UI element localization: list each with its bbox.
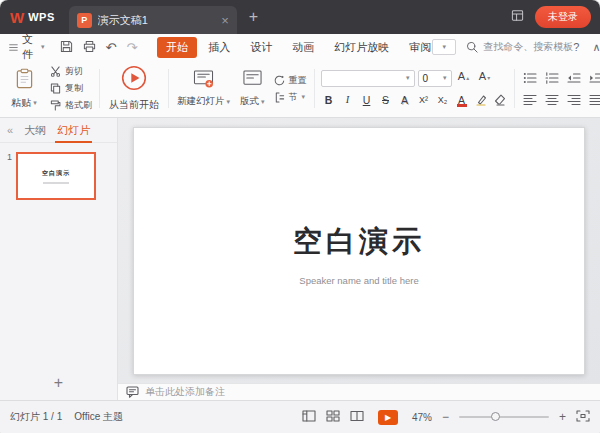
collapsed-dropdown[interactable]: ▾ — [432, 39, 456, 55]
add-slide-button[interactable]: + — [0, 374, 117, 392]
slide-subtitle[interactable]: Speaker name and title here — [299, 275, 418, 286]
layout-button[interactable]: 版式▾ — [235, 69, 270, 108]
slideshow-play-button[interactable]: ▶ — [378, 410, 398, 425]
file-menu-button[interactable]: 文件 ▾ — [0, 32, 52, 62]
increase-indent-button[interactable] — [587, 69, 600, 86]
copy-button[interactable]: 复制 — [50, 82, 92, 95]
font-size-combobox[interactable]: 0 ▾ — [418, 70, 452, 87]
close-tab-icon[interactable]: × — [221, 14, 229, 27]
print-icon[interactable] — [83, 40, 96, 55]
reading-view-icon — [350, 410, 364, 422]
slide[interactable]: 空白演示 Speaker name and title here — [133, 127, 585, 375]
clipboard-group: 剪切 复制 格式刷 — [46, 60, 96, 117]
redo-icon[interactable]: ↷ — [126, 41, 137, 54]
bold-button[interactable]: B — [321, 92, 337, 108]
format-painter-button[interactable]: 格式刷 — [50, 99, 92, 112]
caret-down-icon: ▾ — [261, 98, 265, 106]
slide-sorter-view-button[interactable] — [326, 410, 340, 424]
zoom-slider-knob[interactable] — [491, 412, 500, 421]
command-search[interactable]: 查找命令、搜索模板 — [466, 40, 573, 54]
reset-section-group: 重置 节 ▾ — [270, 74, 311, 104]
paragraph-group — [518, 60, 600, 117]
text-shadow-button[interactable]: A — [397, 92, 413, 108]
align-left-button[interactable] — [521, 91, 540, 108]
notes-bar[interactable]: 单击此处添加备注 — [118, 383, 600, 400]
tab-slideshow[interactable]: 幻灯片放映 — [325, 37, 398, 58]
highlight-color-button[interactable] — [473, 92, 489, 108]
slide-thumbnail[interactable]: 空白演示 — [16, 152, 96, 200]
indent-icon — [589, 72, 600, 84]
numbered-list-button[interactable] — [543, 69, 562, 86]
slide-counter: 幻灯片 1 / 1 — [10, 410, 62, 424]
help-icon[interactable]: ? — [573, 41, 579, 53]
collapse-panel-icon[interactable]: « — [7, 124, 13, 136]
tab-animation[interactable]: 动画 — [283, 37, 323, 58]
caret-down-icon: ▾ — [41, 43, 45, 51]
underline-button[interactable]: U — [359, 92, 375, 108]
cut-button[interactable]: 剪切 — [50, 65, 92, 78]
copy-label: 复制 — [65, 82, 83, 95]
login-button[interactable]: 未登录 — [535, 6, 591, 28]
new-slide-button[interactable]: 新建幻灯片▾ — [172, 69, 235, 108]
play-circle-icon — [121, 65, 147, 95]
tab-design[interactable]: 设计 — [241, 37, 281, 58]
save-icon[interactable] — [60, 40, 73, 55]
play-from-current-label: 从当前开始 — [109, 98, 159, 112]
font-size-value: 0 — [423, 73, 429, 84]
zoom-out-button[interactable]: − — [442, 410, 449, 424]
bullet-list-button[interactable] — [521, 69, 540, 86]
panel-tabs: « 大纲 幻灯片 — [0, 118, 117, 143]
tab-home[interactable]: 开始 — [157, 37, 197, 58]
reset-button[interactable]: 重置 — [274, 74, 307, 87]
superscript-button[interactable]: X² — [416, 92, 432, 108]
decrease-font-size-button[interactable]: A ▾ — [476, 70, 494, 87]
tab-slides[interactable]: 幻灯片 — [57, 119, 90, 142]
align-center-icon — [545, 94, 559, 106]
fit-window-button[interactable] — [576, 410, 590, 424]
statusbar-right: ▶ 47% − + — [302, 410, 590, 425]
justify-button[interactable] — [587, 91, 600, 108]
slide-canvas[interactable]: 空白演示 Speaker name and title here — [118, 118, 600, 383]
paste-button[interactable]: 粘贴▾ — [2, 60, 46, 117]
increase-font-size-button[interactable]: A ▴ — [455, 70, 473, 87]
separator — [168, 69, 169, 108]
theme-name[interactable]: Office 主题 — [74, 410, 123, 424]
play-from-current-button[interactable]: 从当前开始 — [103, 60, 165, 117]
reading-view-button[interactable] — [350, 410, 364, 424]
wps-logo[interactable]: W WPS — [0, 9, 63, 26]
normal-view-button[interactable] — [302, 410, 316, 424]
tab-outline[interactable]: 大纲 — [24, 119, 46, 142]
font-color-button[interactable]: A — [454, 92, 470, 108]
new-tab-button[interactable]: + — [249, 9, 258, 25]
undo-icon[interactable]: ↶ — [106, 41, 117, 54]
caret-down-icon: ▾ — [302, 93, 306, 101]
zoom-slider[interactable] — [459, 416, 549, 418]
titlebar: W WPS P 演示文稿1 × + 未登录 — [0, 0, 600, 34]
font-family-combobox[interactable]: ▾ — [321, 70, 415, 87]
collapse-ribbon-icon[interactable]: ∧ — [592, 41, 600, 54]
slide-title[interactable]: 空白演示 — [293, 222, 425, 262]
zoom-percent[interactable]: 47% — [412, 412, 432, 423]
zoom-in-button[interactable]: + — [559, 410, 566, 424]
clear-format-button[interactable] — [492, 92, 508, 108]
align-right-button[interactable] — [565, 91, 584, 108]
document-tab[interactable]: P 演示文稿1 × — [69, 6, 237, 34]
subscript-button[interactable]: X₂ — [435, 92, 451, 108]
outdent-icon — [567, 72, 581, 84]
align-center-button[interactable] — [543, 91, 562, 108]
section-button[interactable]: 节 ▾ — [274, 91, 307, 104]
decrease-indent-button[interactable] — [565, 69, 584, 86]
format-painter-icon — [50, 100, 61, 111]
window-layout-icon[interactable] — [511, 8, 524, 26]
highlight-marker-icon — [475, 94, 487, 106]
grow-font-label: A — [458, 70, 465, 82]
italic-button[interactable]: I — [340, 92, 356, 108]
tab-insert[interactable]: 插入 — [199, 37, 239, 58]
scissors-icon — [50, 66, 61, 77]
justify-icon — [589, 94, 600, 106]
normal-view-icon — [302, 410, 316, 422]
reset-icon — [274, 75, 285, 86]
strikethrough-button[interactable]: S — [378, 92, 394, 108]
caret-down-icon: ▾ — [406, 74, 410, 82]
hamburger-menu-icon — [9, 42, 18, 53]
